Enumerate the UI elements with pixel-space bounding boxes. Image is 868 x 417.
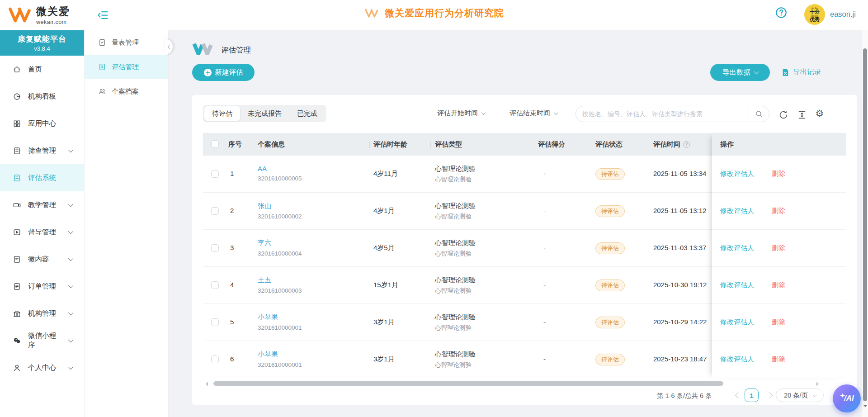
- settings-gear-icon[interactable]: ⚙: [815, 109, 825, 118]
- select-all-checkbox[interactable]: [211, 140, 219, 148]
- search-box: [576, 106, 769, 122]
- hscroll-right-arrow-icon[interactable]: [816, 382, 819, 386]
- sidebar-item-personal-center[interactable]: 个人中心: [0, 354, 84, 381]
- row-checkbox[interactable]: [211, 170, 219, 178]
- edit-assessor-link[interactable]: 修改评估人: [720, 281, 754, 289]
- case-name-link[interactable]: 李六: [258, 239, 302, 247]
- brand-domain: wekair.com: [36, 19, 70, 25]
- ai-label: /AI: [844, 394, 854, 403]
- sidebar-item-wechat-miniprogram[interactable]: 微信小程序: [0, 327, 84, 354]
- row-checkbox[interactable]: [211, 281, 219, 289]
- scale-document-icon: [98, 38, 106, 47]
- edit-assessor-link[interactable]: 修改评估人: [720, 244, 754, 252]
- sidebar-item-organization[interactable]: 机构管理: [0, 300, 84, 327]
- age-cell: 3岁1月: [373, 318, 395, 327]
- question-circle-icon[interactable]: [683, 141, 690, 148]
- filter-start-time[interactable]: 评估开始时间: [437, 109, 485, 118]
- sidebar-item-teaching[interactable]: 教学管理: [0, 191, 84, 218]
- submenu-item-assessment-management[interactable]: 评估管理: [85, 55, 168, 79]
- submenu-item-case-files[interactable]: 个案档案: [85, 79, 168, 104]
- delete-link[interactable]: 删除: [772, 207, 785, 215]
- hscroll-left-arrow-icon[interactable]: [206, 382, 208, 386]
- tab-unfinished-report[interactable]: 未完成报告: [240, 106, 289, 121]
- row-checkbox[interactable]: [211, 207, 219, 215]
- search-button[interactable]: [749, 106, 769, 122]
- case-name-link[interactable]: 小苹果: [258, 313, 302, 322]
- avatar-line-2: 优秀: [810, 17, 820, 22]
- export-record-link[interactable]: 导出记录: [782, 67, 821, 77]
- edit-assessor-link[interactable]: 修改评估人: [720, 170, 754, 178]
- submenu-item-scales[interactable]: 量表管理: [85, 30, 168, 55]
- row-height-icon[interactable]: [797, 110, 807, 120]
- sidebar-item-screening[interactable]: 筛查管理: [0, 137, 84, 164]
- refresh-icon[interactable]: [778, 110, 788, 120]
- home-icon: [13, 65, 21, 74]
- tab-pending[interactable]: 待评估: [204, 106, 240, 121]
- edit-assessor-link[interactable]: 修改评估人: [720, 207, 754, 215]
- sidebar-item-micro-content[interactable]: 微内容: [0, 246, 84, 273]
- score-cell: -: [543, 207, 546, 214]
- order-document-icon: [13, 282, 21, 291]
- export-data-button[interactable]: 导出数据: [710, 64, 770, 81]
- row-checkbox[interactable]: [211, 244, 219, 252]
- help-icon[interactable]: [775, 6, 788, 19]
- document-list-icon: [13, 147, 21, 155]
- delete-link[interactable]: 删除: [772, 281, 785, 289]
- user-avatar[interactable]: shí fēn 十分 yōu xiù 优秀: [804, 4, 825, 25]
- time-cell: 2025-11-05 13:12: [653, 207, 712, 214]
- sidebar-item-label: 首页: [28, 65, 42, 74]
- menu-fold-icon[interactable]: [97, 9, 109, 21]
- brand-text: 微关爱 wekair.com: [36, 5, 70, 25]
- ai-assistant-button[interactable]: ✦ /AI: [833, 384, 861, 412]
- sidebar-item-assessment-system[interactable]: 评估系统: [0, 164, 84, 191]
- row-checkbox[interactable]: [211, 318, 219, 326]
- platform-header: 康复赋能平台 v3.8.4: [0, 30, 84, 56]
- vscroll-down-arrow-icon[interactable]: [863, 405, 868, 409]
- pagination-summary: 第 1-6 条/总共 6 条: [657, 392, 712, 400]
- case-name-link[interactable]: 王五: [258, 276, 302, 284]
- tab-completed[interactable]: 已完成: [289, 106, 325, 121]
- horizontal-scrollbar[interactable]: [213, 381, 723, 386]
- delete-link[interactable]: 删除: [772, 244, 785, 252]
- row-checkbox[interactable]: [211, 355, 219, 363]
- case-name-link[interactable]: 小苹果: [258, 350, 302, 359]
- status-badge: 待评估: [595, 242, 625, 254]
- delete-link[interactable]: 删除: [772, 355, 785, 364]
- header-score: 评估得分: [538, 140, 565, 149]
- operation-row: 修改评估人 删除: [712, 156, 846, 193]
- sidebar-collapse-handle[interactable]: [165, 39, 173, 54]
- page-size-select[interactable]: 20 条/页: [776, 389, 824, 402]
- case-name-link[interactable]: 张山: [258, 202, 302, 210]
- play-square-icon: [13, 228, 21, 237]
- page-title-logo-icon: [192, 43, 215, 55]
- row-index: 3: [230, 244, 234, 251]
- delete-link[interactable]: 删除: [772, 318, 785, 327]
- sidebar-item-home[interactable]: 首页: [0, 56, 84, 83]
- sidebar-item-supervision[interactable]: 督导管理: [0, 218, 84, 246]
- delete-link[interactable]: 删除: [772, 170, 785, 178]
- video-camera-icon: [13, 201, 21, 209]
- filter-end-time[interactable]: 评估结束时间: [509, 109, 557, 118]
- person-icon: [13, 364, 21, 372]
- sidebar-item-orders[interactable]: 订单管理: [0, 273, 84, 300]
- sidebar-item-dashboard[interactable]: 机构看板: [0, 83, 84, 110]
- table-row: 2 张山3201610000002 4岁1月 心智理论测验心智理论测验 - 待评…: [203, 193, 712, 230]
- search-input[interactable]: [576, 110, 749, 118]
- sidebar-item-app-center[interactable]: 应用中心: [0, 110, 84, 137]
- username[interactable]: eason.ji: [830, 10, 856, 19]
- edit-assessor-link[interactable]: 修改评估人: [720, 355, 754, 364]
- new-assessment-button[interactable]: 新建评估: [192, 64, 255, 81]
- sidebar-item-label: 教学管理: [28, 200, 56, 210]
- time-cell: 2025-11-03 13:37: [653, 244, 712, 251]
- table-row: 1 AA3201610000005 4岁11月 心智理论测验心智理论测验 - 待…: [203, 156, 712, 193]
- assessment-subtype: 心智理论测验: [435, 213, 476, 221]
- chevron-down-icon: [68, 147, 73, 152]
- assessment-type: 心智理论测验: [435, 276, 476, 284]
- case-name-link[interactable]: AA: [258, 165, 302, 172]
- vertical-scrollbar[interactable]: [863, 48, 867, 401]
- table-row: 4 王五3201610000003 15岁1月 心智理论测验心智理论测验 - 待…: [203, 267, 712, 304]
- edit-assessor-link[interactable]: 修改评估人: [720, 318, 754, 327]
- pagination-page-1[interactable]: 1: [745, 389, 759, 402]
- org-title: 微关爱应用行为分析研究院: [385, 7, 504, 19]
- age-cell: 4岁1月: [373, 207, 395, 215]
